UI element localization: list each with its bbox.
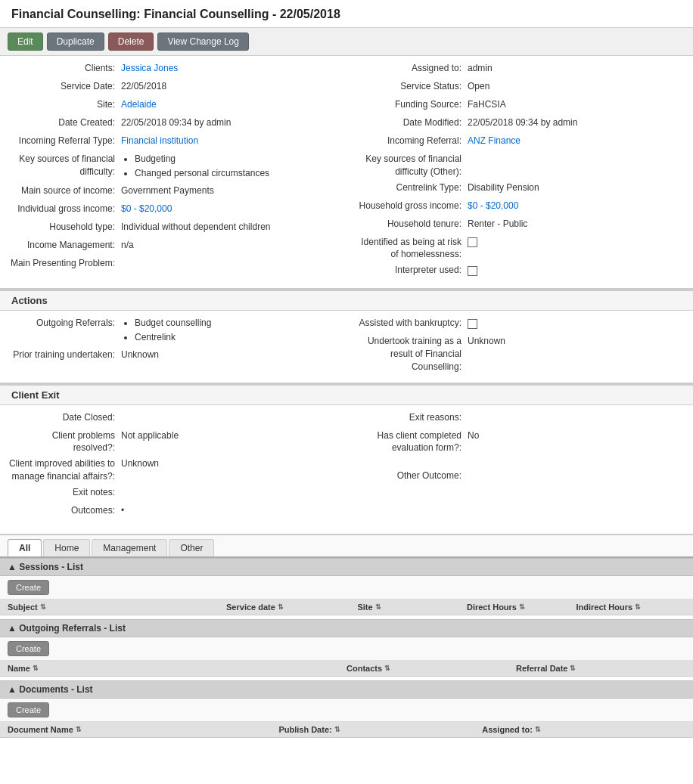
individual-gross-income-label: Individual gross income:	[8, 203, 121, 215]
outgoing-referrals-create-button[interactable]: Create	[8, 641, 49, 656]
household-tenure-row: Household tenure: Renter - Public	[354, 218, 685, 233]
centrelink-type-label: Centrelink Type:	[354, 181, 468, 194]
client-problems-resolved-value: Not applicable	[121, 429, 179, 442]
other-outcome-row: Other Outcome:	[354, 469, 685, 485]
clients-row: Clients: Jessica Jones	[8, 62, 339, 77]
sessions-list-header: ▲ Sessions - List	[0, 558, 693, 576]
service-date-sort-icon[interactable]: ⇅	[278, 603, 284, 611]
doc-name-sort-icon[interactable]: ⇅	[76, 726, 82, 733]
sessions-list-collapse-icon[interactable]: ▲	[8, 562, 17, 572]
name-sort-icon[interactable]: ⇅	[33, 665, 39, 672]
documents-create-button[interactable]: Create	[8, 702, 49, 717]
site-label: Site:	[8, 98, 121, 111]
outgoing-referrals-table-header: Name ⇅ Contacts ⇅ Referral Date ⇅	[0, 661, 693, 677]
exit-reasons-label: Exit reasons:	[354, 411, 468, 424]
documents-list-section: ▲ Documents - List Create Document Name …	[0, 680, 693, 738]
documents-create-row: Create	[0, 699, 693, 722]
sessions-col-subject: Subject ⇅	[8, 603, 226, 612]
incoming-referral-link[interactable]: ANZ Finance	[468, 135, 521, 146]
client-problems-resolved-row: Client problems resolved?: Not applicabl…	[8, 429, 339, 455]
household-tenure-value: Renter - Public	[468, 218, 527, 231]
tab-home[interactable]: Home	[43, 539, 90, 556]
site-sort-icon[interactable]: ⇅	[375, 603, 381, 611]
client-exit-section-header: Client Exit	[0, 384, 693, 405]
date-modified-value: 22/05/2018 09:34 by admin	[468, 116, 577, 129]
subject-sort-icon[interactable]: ⇅	[40, 603, 46, 611]
incoming-referral-type-link[interactable]: Financial institution	[121, 135, 198, 146]
household-gross-income-value: $0 - $20,000	[468, 200, 518, 212]
documents-col-publish-date: Publish Date: ⇅	[278, 725, 482, 734]
documents-list-collapse-icon[interactable]: ▲	[8, 684, 17, 695]
interpreter-used-row: Interpreter used:	[354, 264, 685, 279]
sessions-col-direct-hours: Direct Hours ⇅	[467, 603, 576, 612]
direct-hours-sort-icon[interactable]: ⇅	[519, 603, 525, 611]
referral-date-sort-icon[interactable]: ⇅	[570, 665, 576, 672]
tab-management[interactable]: Management	[92, 539, 167, 556]
key-sources-other-row: Key sources of financial difficulty (Oth…	[354, 153, 685, 178]
view-change-log-button[interactable]: View Change Log	[157, 33, 249, 51]
outgoing-referrals-list: Budget counselling Centrelink	[121, 317, 211, 344]
income-management-label: Income Management:	[8, 239, 121, 252]
clients-link[interactable]: Jessica Jones	[121, 63, 178, 73]
date-created-value: 22/05/2018 09:34 by admin	[121, 116, 231, 129]
outgoing-referrals-list-collapse-icon[interactable]: ▲	[8, 623, 17, 634]
key-sources-item-2: Changed personal circumstances	[135, 167, 269, 180]
publish-date-sort-icon[interactable]: ⇅	[334, 726, 340, 733]
edit-button[interactable]: Edit	[8, 33, 43, 51]
other-outcome-label: Other Outcome:	[354, 469, 468, 482]
service-date-value: 22/05/2018	[121, 80, 166, 93]
assigned-sort-icon[interactable]: ⇅	[535, 726, 541, 733]
sessions-list-title: Sessions - List	[19, 562, 83, 572]
site-link[interactable]: Adelaide	[121, 99, 157, 110]
delete-button[interactable]: Delete	[108, 33, 154, 51]
funding-source-label: Funding Source:	[354, 98, 468, 111]
date-created-label: Date Created:	[8, 116, 121, 129]
right-info-col: Assigned to: admin Service Status: Open …	[346, 62, 693, 282]
centrelink-type-value: Disability Pension	[468, 181, 539, 194]
individual-gross-income-link[interactable]: $0 - $20,000	[121, 203, 172, 214]
client-improved-label: Client improved abilities to manage fina…	[8, 457, 121, 483]
identified-risk-checkbox-box	[468, 237, 477, 247]
has-completed-form-label: Has client completed evaluation form?:	[354, 429, 468, 455]
service-status-row: Service Status: Open	[354, 80, 685, 95]
sessions-col-indirect-hours: Indirect Hours ⇅	[576, 603, 685, 612]
indirect-hours-sort-icon[interactable]: ⇅	[635, 603, 641, 611]
sessions-create-row: Create	[0, 576, 693, 600]
incoming-referral-type-value: Financial institution	[121, 135, 198, 147]
has-completed-form-value: No	[468, 429, 479, 442]
client-problems-resolved-label: Client problems resolved?:	[8, 429, 121, 455]
outgoing-referrals-create-row: Create	[0, 637, 693, 661]
main-presenting-problem-row: Main Presenting Problem:	[8, 257, 339, 272]
date-closed-label: Date Closed:	[8, 411, 121, 424]
income-management-row: Income Management: n/a	[8, 239, 339, 254]
household-gross-income-link[interactable]: $0 - $20,000	[468, 200, 518, 211]
key-sources-other-label: Key sources of financial difficulty (Oth…	[354, 153, 468, 178]
referrals-col-name: Name ⇅	[8, 664, 346, 673]
outgoing-referrals-list-section: ▲ Outgoing Referrals - List Create Name …	[0, 619, 693, 677]
outgoing-referrals-label: Outgoing Referrals:	[8, 317, 121, 330]
tab-all[interactable]: All	[8, 539, 42, 556]
actions-left-col: Outgoing Referrals: Budget counselling C…	[0, 317, 346, 376]
sessions-list-section: ▲ Sessions - List Create Subject ⇅ Servi…	[0, 558, 693, 615]
duplicate-button[interactable]: Duplicate	[47, 33, 104, 51]
interpreter-used-checkbox-box	[468, 266, 477, 276]
assigned-to-value: admin	[468, 62, 493, 75]
prior-training-value: Unknown	[121, 349, 159, 361]
client-improved-row: Client improved abilities to manage fina…	[8, 457, 339, 483]
sessions-create-button[interactable]: Create	[8, 580, 49, 595]
funding-source-row: Funding Source: FaHCSIA	[354, 98, 685, 113]
date-created-row: Date Created: 22/05/2018 09:34 by admin	[8, 116, 339, 132]
actions-right-col: Assisted with bankruptcy: Undertook trai…	[346, 317, 693, 376]
incoming-referral-label: Incoming Referral:	[354, 135, 468, 147]
key-sources-value: Budgeting Changed personal circumstances	[121, 153, 269, 181]
client-exit-left-col: Date Closed: Client problems resolved?: …	[0, 411, 346, 522]
key-sources-list: Budgeting Changed personal circumstances	[121, 153, 269, 180]
individual-gross-income-value: $0 - $20,000	[121, 203, 172, 215]
undertook-training-value: Unknown	[468, 335, 505, 348]
centrelink-type-row: Centrelink Type: Disability Pension	[354, 181, 685, 197]
individual-gross-income-row: Individual gross income: $0 - $20,000	[8, 203, 339, 218]
key-sources-label: Key sources of financial difficulty:	[8, 153, 121, 178]
contacts-sort-icon[interactable]: ⇅	[384, 665, 390, 672]
tab-other[interactable]: Other	[169, 539, 214, 556]
clients-value: Jessica Jones	[121, 62, 178, 75]
